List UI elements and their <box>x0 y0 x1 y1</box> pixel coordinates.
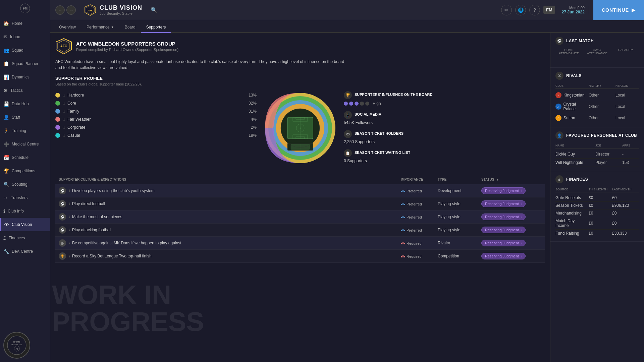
youth-icon: ⚽ <box>59 187 66 194</box>
sidebar-item-transfers[interactable]: ↔ Transfers <box>0 191 50 204</box>
row-importance-2: Preferred <box>401 201 438 206</box>
sort-icon[interactable]: ▼ <box>496 178 499 181</box>
row-name-4: Play attacking football <box>72 228 401 232</box>
row-name-6: Record a Sky Bet League Two top-half fin… <box>72 254 401 258</box>
dot-4 <box>360 102 364 106</box>
topbar: ← → AFC CLUB VISION Job Security: Stable… <box>50 0 644 20</box>
squad-icon: 👥 <box>3 48 9 53</box>
sidebar-item-tactics[interactable]: ⚙ Tactics <box>0 84 50 97</box>
sidebar-item-scouting[interactable]: 🔍 Scouting <box>0 178 50 191</box>
row-type-5: Rivalry <box>438 241 481 245</box>
globe-icon[interactable]: 🌐 <box>515 5 526 15</box>
data-hub-icon: 💾 <box>3 101 9 107</box>
fm-badge: FM <box>543 6 555 14</box>
back-button[interactable]: ← <box>55 5 65 15</box>
fan-type-family: ℹ Family 31% <box>55 107 257 115</box>
tab-overview[interactable]: Overview <box>54 22 81 33</box>
dropdown-arrow-icon: ▼ <box>111 25 114 29</box>
waiting-list-block: 📋 SEASON TICKET WAITING LIST 0 Supporter… <box>344 149 545 163</box>
forward-button[interactable]: → <box>66 5 76 15</box>
tab-performance[interactable]: Performance ▼ <box>81 22 119 33</box>
rivals-icon: ⚔ <box>555 72 564 80</box>
favoured-title: 👤 FAVOURED PERSONNEL AT CLUB <box>555 131 639 139</box>
app-logo-icon: FM <box>20 3 30 13</box>
sidebar-item-finances[interactable]: £ Finances <box>0 231 50 245</box>
table-row: ⚽ ℹ Play direct football Preferred Playi… <box>55 197 545 210</box>
fav-table: NAME JOB APPS Dickie Guy Director - Will… <box>555 143 639 167</box>
svg-text:SI: SI <box>15 348 18 351</box>
medical-icon: ➕ <box>3 141 9 147</box>
set-pieces-icon: ⚽ <box>59 213 66 221</box>
finances-icon: £ <box>3 235 6 241</box>
tab-board[interactable]: Board <box>119 22 141 33</box>
continue-button[interactable]: CONTINUE ▶ <box>593 0 644 20</box>
social-label: SOCIAL MEDIA <box>355 112 381 116</box>
fairweather-pct: 4% <box>251 117 257 122</box>
subnav: Overview Performance ▼ Board Supporters <box>50 20 644 33</box>
sidebar-item-data-hub[interactable]: 💾 Data Hub <box>0 97 50 111</box>
help-icon[interactable]: ? <box>529 5 540 15</box>
last-match-icon: ⚽ <box>555 37 564 45</box>
ticket-icon: 🎟 <box>344 130 352 138</box>
nav-arrows: ← → <box>50 5 81 15</box>
sidebar-item-club-info[interactable]: ℹ Club Info <box>0 204 50 218</box>
continue-arrow-icon: ▶ <box>632 7 636 13</box>
culture-table: SUPPORTER CULTURE & EXPECTATIONS IMPORTA… <box>55 175 545 263</box>
influence-level: High <box>373 101 381 106</box>
svg-text:AFC: AFC <box>88 9 93 12</box>
dot-1 <box>344 102 348 106</box>
fan-type-hardcore: ℹ Hardcore 13% <box>55 91 257 99</box>
sidebar-item-club-vision[interactable]: 👁 Club Vision <box>0 218 50 231</box>
fin-row-season: Season Tickets £0 £906,120 <box>555 202 639 209</box>
row-name-2: Play direct football <box>72 201 401 206</box>
sidebar-item-dynamics[interactable]: 📊 Dynamics <box>0 70 50 84</box>
profile-layout: ℹ Hardcore 13% ℹ Core 32% ℹ Family 31% ℹ… <box>55 91 545 168</box>
waiting-icon: 📋 <box>344 149 352 157</box>
search-button[interactable]: 🔍 <box>149 5 159 15</box>
svg-text:FM: FM <box>22 7 27 10</box>
social-followers: 54.5K Followers <box>344 120 545 125</box>
casual-label: Casual <box>67 133 246 138</box>
row-name-3: Make the most of set pieces <box>72 215 401 219</box>
hardcore-dot <box>55 93 60 98</box>
right-panel: ⚽ LAST MATCH HOME ATTENDANCE AWAY ATTEND… <box>550 33 644 362</box>
ticket-label: SEASON TICKET HOLDERS <box>355 131 404 135</box>
core-pct: 32% <box>249 101 257 106</box>
row-status-1: Reserving Judgment ℹ <box>481 187 542 194</box>
sidebar-item-medical[interactable]: ➕ Medical Centre <box>0 137 50 151</box>
sidebar-item-dev-centre[interactable]: 🔧 Dev. Centre <box>0 245 50 258</box>
sidebar-item-staff[interactable]: 👤 Staff <box>0 111 50 124</box>
main-content: AFC AFC WIMBLEDON SUPPORTERS GROUP Repor… <box>50 33 550 362</box>
training-icon: 🏃 <box>3 128 9 133</box>
sidebar-item-squad[interactable]: 👥 Squad <box>0 44 50 57</box>
rivals-header: CLUB RIVALRY REASON <box>555 83 639 89</box>
fan-type-casual: ℹ Casual 18% <box>55 131 257 139</box>
sidebar-item-squad-planner[interactable]: 📋 Squad Planner <box>0 57 50 70</box>
sidebar-item-inbox[interactable]: ✉ Inbox <box>0 30 50 44</box>
club-info-icon: ℹ <box>3 208 5 214</box>
competition-icon: 🏆 <box>59 252 66 260</box>
finances-icon: £ <box>555 175 564 183</box>
social-media-block: 📱 SOCIAL MEDIA 54.5K Followers <box>344 111 545 125</box>
sidebar-item-competitions[interactable]: 🏆 Competitions <box>0 164 50 178</box>
row-type-1: Development <box>438 188 481 193</box>
rival-row-kingstonian: K Kingstonian Other Local <box>555 90 639 100</box>
sidebar-item-training[interactable]: 🏃 Training <box>0 124 50 137</box>
rivals-table: CLUB RIVALRY REASON K Kingstonian Other … <box>555 83 639 123</box>
club-vision-icon: 👁 <box>4 222 9 227</box>
tactics-icon: ⚙ <box>3 88 8 93</box>
dot-2 <box>349 102 353 106</box>
sidebar-item-schedule[interactable]: 📅 Schedule <box>0 151 50 164</box>
fan-types: ℹ Hardcore 13% ℹ Core 32% ℹ Family 31% ℹ… <box>55 91 257 168</box>
status-col-header: STATUS ▼ <box>481 178 542 181</box>
profile-title: SUPPORTER PROFILE <box>55 76 545 81</box>
board-influence-block: 🏆 SUPPORTERS' INFLUENCE ON THE BOARD Hig… <box>344 91 545 106</box>
stadium-visual <box>263 91 337 165</box>
fin-row-gate: Gate Receipts £0 £0 <box>555 194 639 202</box>
influence-icon: 🏆 <box>344 91 352 99</box>
sidebar-item-home[interactable]: 🏠 Home <box>0 17 50 30</box>
competitions-icon: 🏆 <box>3 168 9 174</box>
row-status-4: Reserving Judgment ℹ <box>481 227 542 233</box>
settings-icon[interactable]: ✏ <box>501 5 512 15</box>
tab-supporters[interactable]: Supporters <box>141 22 171 33</box>
